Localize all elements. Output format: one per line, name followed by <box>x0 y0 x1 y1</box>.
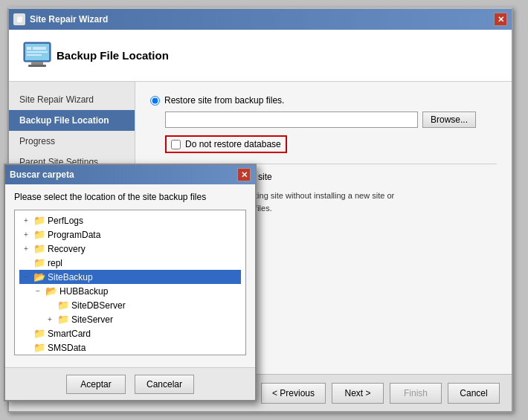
tree-item-sitebackup[interactable]: − 📂 SiteBackup <box>19 270 241 284</box>
folder-icon-perflogs: 📁 <box>33 215 45 226</box>
folder-icon-hubbackup: 📂 <box>45 285 57 297</box>
folder-dialog-close-button[interactable]: ✕ <box>237 168 251 181</box>
hubbackup-children: 📁 SiteDBServer + 📁 SiteServer <box>43 298 241 326</box>
tree-item-repl[interactable]: 📁 repl <box>19 256 241 270</box>
tree-label-smsdata: SMSData <box>48 343 86 353</box>
restore-radio[interactable] <box>150 96 160 106</box>
tree-label-sitedbserver: SiteDBServer <box>71 300 126 311</box>
header-title: Backup File Location <box>57 49 169 62</box>
expand-smsdata <box>21 343 31 352</box>
tree-label-smartcard: SmartCard <box>48 329 91 339</box>
folder-dialog-title-bar: Buscar carpeta ✕ <box>5 165 255 184</box>
wizard-title-bar: 🖥 Site Repair Wizard ✕ <box>9 9 512 30</box>
svg-rect-2 <box>31 62 43 65</box>
wizard-header: Backup File Location <box>9 30 512 82</box>
folder-dialog-title-left: Buscar carpeta <box>10 169 74 180</box>
sidebar-item-progress[interactable]: Progress <box>9 131 135 152</box>
expand-programdata[interactable]: + <box>21 230 31 239</box>
expand-sitebackup[interactable]: − <box>21 273 31 281</box>
svg-rect-3 <box>28 65 46 67</box>
sidebar-item-wizard[interactable]: Site Repair Wizard <box>9 89 135 110</box>
sidebar-item-backup[interactable]: Backup File Location <box>9 110 135 131</box>
folder-icon-sitedbserver: 📁 <box>57 300 69 311</box>
expand-perflogs[interactable]: + <box>21 216 31 224</box>
expand-siteserver[interactable]: + <box>45 315 55 323</box>
computer-icon <box>21 38 57 74</box>
folder-icon-recovery: 📁 <box>33 243 45 254</box>
folder-icon-smartcard: 📁 <box>33 328 45 339</box>
sitebackup-children: − 📂 HUBBackup 📁 SiteDBServer + 📁 <box>31 284 241 326</box>
folder-tree: + 📁 PerfLogs + 📁 ProgramData + 📁 Recover… <box>15 210 245 355</box>
wizard-title-text: Site Repair Wizard <box>30 14 108 25</box>
tree-item-hubbackup[interactable]: − 📂 HUBBackup <box>31 284 241 298</box>
tree-item-smsdata[interactable]: 📁 SMSData <box>19 340 241 355</box>
finish-button[interactable]: Finish <box>390 383 442 404</box>
previous-button[interactable]: < Previous <box>261 383 326 404</box>
folder-dialog-footer: Aceptar Cancelar <box>5 367 255 400</box>
expand-sitedbserver <box>45 301 55 309</box>
svg-rect-6 <box>27 51 48 53</box>
tree-item-programdata[interactable]: + 📁 ProgramData <box>19 227 241 242</box>
tree-label-perflogs: PerfLogs <box>48 216 83 226</box>
expand-smartcard <box>21 329 31 337</box>
title-bar-left: 🖥 Site Repair Wizard <box>13 13 108 25</box>
aceptar-button[interactable]: Aceptar <box>66 375 126 394</box>
folder-icon-siteserver: 📁 <box>57 314 69 325</box>
tree-item-sitedbserver[interactable]: 📁 SiteDBServer <box>43 298 241 312</box>
folder-icon-sitebackup: 📂 <box>33 271 45 282</box>
tree-item-recovery[interactable]: + 📁 Recovery <box>19 242 241 256</box>
file-input-row: Browse... <box>165 112 497 128</box>
svg-rect-4 <box>27 47 31 50</box>
browse-button[interactable]: Browse... <box>422 112 476 128</box>
tree-label-sitebackup: SiteBackup <box>48 272 93 282</box>
tree-item-siteserver[interactable]: + 📁 SiteServer <box>43 312 241 326</box>
do-not-restore-label: Do not restore database <box>185 139 281 149</box>
tree-label-repl: repl <box>48 258 62 268</box>
tree-label-siteserver: SiteServer <box>71 314 113 325</box>
cancelar-button[interactable]: Cancelar <box>135 375 194 394</box>
restore-option-row: Restore site from backup files. <box>150 95 497 106</box>
folder-dialog-body: Please select the location of the site b… <box>5 184 255 367</box>
folder-dialog-title-text: Buscar carpeta <box>10 169 74 180</box>
svg-rect-5 <box>33 47 46 50</box>
folder-dialog: Buscar carpeta ✕ Please select the locat… <box>4 164 257 401</box>
backup-path-input[interactable] <box>165 112 418 128</box>
folder-tree-container[interactable]: + 📁 PerfLogs + 📁 ProgramData + 📁 Recover… <box>14 210 246 355</box>
tree-label-recovery: Recovery <box>48 244 86 254</box>
tree-item-smartcard[interactable]: 📁 SmartCard <box>19 326 241 340</box>
folder-icon-repl: 📁 <box>33 257 45 268</box>
do-not-restore-checkbox[interactable] <box>171 140 181 149</box>
cancel-button[interactable]: Cancel <box>448 383 500 404</box>
folder-icon-smsdata: 📁 <box>33 342 45 353</box>
tree-label-hubbackup: HUBBackup <box>59 286 108 297</box>
svg-rect-7 <box>27 54 42 56</box>
wizard-title-icon: 🖥 <box>13 13 25 25</box>
restore-label: Restore site from backup files. <box>164 95 284 106</box>
expand-repl <box>21 259 31 267</box>
do-not-restore-row: Do not restore database <box>165 135 287 153</box>
next-button[interactable]: Next > <box>332 383 384 404</box>
expand-recovery[interactable]: + <box>21 245 31 253</box>
tree-item-perflogs[interactable]: + 📁 PerfLogs <box>19 213 241 227</box>
folder-dialog-description: Please select the location of the site b… <box>14 192 246 202</box>
close-button[interactable]: ✕ <box>494 13 507 26</box>
folder-icon-programdata: 📁 <box>33 229 45 240</box>
expand-hubbackup[interactable]: − <box>33 287 43 295</box>
tree-label-programdata: ProgramData <box>48 230 100 240</box>
